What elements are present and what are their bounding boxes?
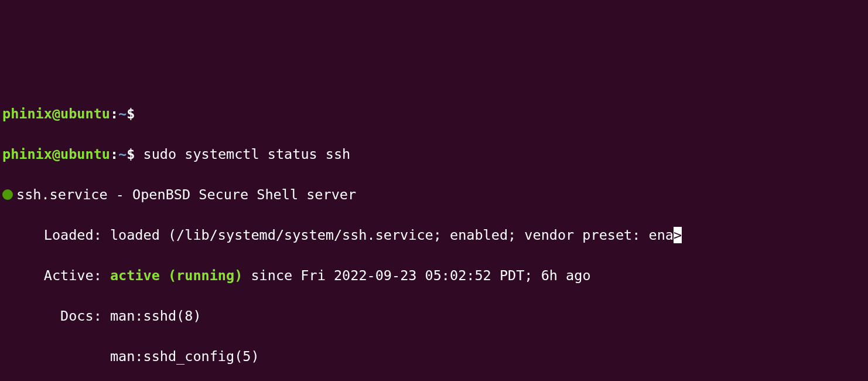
terminal-output[interactable]: phinix@ubuntu:~$ phinix@ubuntu:~$ sudo s…	[2, 83, 866, 381]
prompt-colon: :	[110, 106, 118, 122]
status-dot-icon	[2, 189, 13, 200]
service-active-line: Active: active (running) since Fri 2022-…	[2, 266, 866, 286]
service-name: ssh.service - OpenBSD Secure Shell serve…	[16, 185, 356, 205]
service-active-rest: since Fri 2022-09-23 05:02:52 PDT; 6h ag…	[242, 267, 590, 284]
service-active-status: active (running)	[110, 267, 242, 284]
command-2: sudo systemctl status ssh	[143, 146, 351, 162]
command-input-1	[135, 106, 143, 122]
service-active-label: Active:	[2, 267, 110, 284]
service-docs-line-2: man:sshd_config(5)	[2, 346, 866, 367]
prompt-colon: :	[110, 146, 118, 162]
prompt-path: ~	[118, 106, 127, 122]
prompt-at: @	[52, 106, 60, 122]
prompt-path: ~	[118, 146, 127, 162]
prompt-user: phinix	[2, 106, 52, 122]
line-truncation-cursor: >	[674, 227, 682, 243]
prompt-at: @	[52, 146, 60, 162]
prompt-line-2[interactable]: phinix@ubuntu:~$ sudo systemctl status s…	[2, 144, 866, 165]
prompt-dollar: $	[127, 106, 135, 122]
service-loaded-line: Loaded: loaded (/lib/systemd/system/ssh.…	[2, 225, 866, 246]
service-loaded: Loaded: loaded (/lib/systemd/system/ssh.…	[2, 227, 674, 243]
prompt-user: phinix	[2, 146, 52, 162]
prompt-dollar: $	[127, 146, 135, 162]
service-title-line: ssh.service - OpenBSD Secure Shell serve…	[2, 185, 866, 205]
service-docs-line-1: Docs: man:sshd(8)	[2, 306, 866, 326]
prompt-host: ubuntu	[60, 146, 110, 162]
prompt-line-1[interactable]: phinix@ubuntu:~$	[2, 104, 866, 124]
prompt-host: ubuntu	[60, 106, 110, 122]
